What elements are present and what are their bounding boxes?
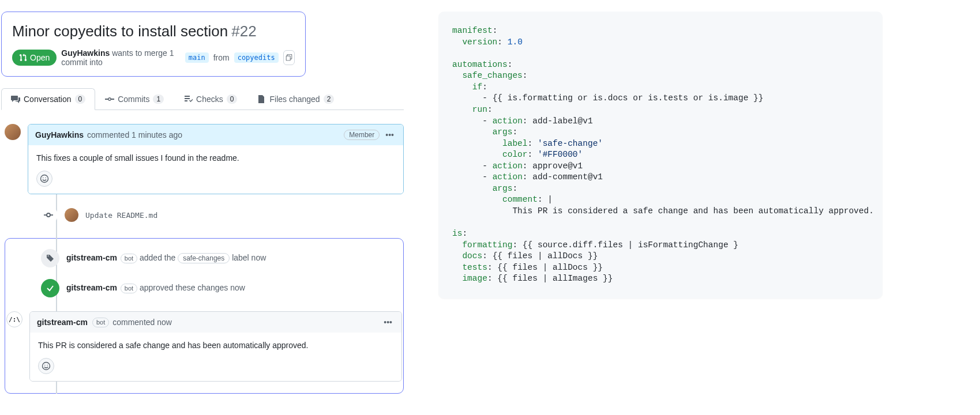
git-pull-request-icon xyxy=(19,54,27,62)
avatar[interactable] xyxy=(5,124,21,140)
tab-files[interactable]: Files changed 2 xyxy=(247,88,344,110)
pr-title: Minor copyedits to install section xyxy=(12,22,228,40)
commit-event: Update README.md xyxy=(39,206,404,224)
pr-tabs: Conversation 0 Commits 1 Checks 0 Files … xyxy=(1,88,404,110)
yaml-code-panel: manifest: version: 1.0 automations: safe… xyxy=(438,12,883,299)
pr-merge-desc: GuyHawkins wants to merge 1 commit into xyxy=(61,48,181,67)
copy-branch-button[interactable] xyxy=(283,50,295,65)
checklist-icon xyxy=(183,95,193,104)
tab-checks[interactable]: Checks 0 xyxy=(174,88,247,110)
bot-chip: bot xyxy=(121,254,137,263)
svg-point-3 xyxy=(47,213,50,217)
timeline: GuyHawkins commented 1 minutes ago Membe… xyxy=(5,124,404,394)
tab-count: 0 xyxy=(75,95,86,104)
code-panel-container: manifest: version: 1.0 automations: safe… xyxy=(438,0,883,394)
check-icon xyxy=(46,284,55,293)
tab-label: Files changed xyxy=(269,95,320,104)
pr-state-text: Open xyxy=(30,53,50,62)
role-badge: Member xyxy=(344,130,380,140)
file-diff-icon xyxy=(257,95,266,104)
comment-menu-button[interactable]: ••• xyxy=(381,316,395,328)
comment-author-name[interactable]: GuyHawkins xyxy=(35,130,84,139)
avatar[interactable] xyxy=(65,208,78,222)
commit-message[interactable]: Update README.md xyxy=(85,211,157,220)
git-commit-icon xyxy=(105,95,114,104)
tab-conversation[interactable]: Conversation 0 xyxy=(1,88,95,110)
comment-author-name[interactable]: gitstream-cm xyxy=(37,318,88,327)
comment-discussion-icon xyxy=(11,95,20,104)
pr-number: #22 xyxy=(231,22,256,40)
tab-label: Commits xyxy=(118,95,149,104)
tab-count: 2 xyxy=(324,95,335,104)
head-branch[interactable]: copyedits xyxy=(234,52,279,63)
label-event: gitstream-cm bot added the safe-changes … xyxy=(41,249,402,267)
tab-count: 1 xyxy=(153,95,164,104)
svg-point-2 xyxy=(46,178,46,178)
label-chip[interactable]: safe-changes xyxy=(178,253,230,263)
commit-badge xyxy=(39,206,58,224)
svg-point-1 xyxy=(43,178,43,178)
comment-text: This PR is considered a safe change and … xyxy=(38,341,393,350)
tab-commits[interactable]: Commits 1 xyxy=(95,88,174,110)
svg-point-7 xyxy=(44,365,45,365)
yaml-code: manifest: version: 1.0 automations: safe… xyxy=(452,25,869,285)
copy-icon xyxy=(285,54,293,62)
comment-bot: /:\ gitstream-cm bot commented now ••• T… xyxy=(6,311,402,382)
approve-event: gitstream-cm bot approved these changes … xyxy=(41,279,402,297)
tab-label: Checks xyxy=(196,95,223,104)
bot-chip: bot xyxy=(92,318,109,327)
comment-timestamp: commented 1 minutes ago xyxy=(87,130,182,139)
tag-badge xyxy=(41,249,59,267)
svg-point-0 xyxy=(41,175,48,183)
tab-count: 0 xyxy=(227,95,238,104)
tag-icon xyxy=(46,254,55,263)
bot-chip: bot xyxy=(121,284,137,293)
comment-author: GuyHawkins commented 1 minutes ago Membe… xyxy=(5,124,404,194)
base-branch[interactable]: main xyxy=(185,52,209,63)
svg-point-6 xyxy=(43,363,50,370)
comment-timestamp: commented now xyxy=(112,318,172,327)
tab-label: Conversation xyxy=(24,95,72,104)
pr-header: Minor copyedits to install section #22 O… xyxy=(1,12,306,77)
pr-state-badge: Open xyxy=(12,50,57,66)
add-reaction-button[interactable] xyxy=(36,171,52,187)
add-reaction-button[interactable] xyxy=(38,358,54,374)
event-actor[interactable]: gitstream-cm xyxy=(66,283,117,292)
git-commit-icon xyxy=(44,210,53,220)
event-actor[interactable]: gitstream-cm xyxy=(66,253,117,262)
smiley-icon xyxy=(40,174,49,183)
approve-badge xyxy=(41,279,59,297)
avatar[interactable]: /:\ xyxy=(6,311,22,327)
bot-activity-frame: gitstream-cm bot added the safe-changes … xyxy=(5,238,404,394)
pr-author[interactable]: GuyHawkins xyxy=(61,48,110,58)
pr-view: Minor copyedits to install section #22 O… xyxy=(0,0,404,394)
svg-point-8 xyxy=(47,365,48,365)
smiley-icon xyxy=(42,361,51,371)
comment-menu-button[interactable]: ••• xyxy=(383,129,396,141)
comment-text: This fixes a couple of small issues I fo… xyxy=(36,153,395,163)
